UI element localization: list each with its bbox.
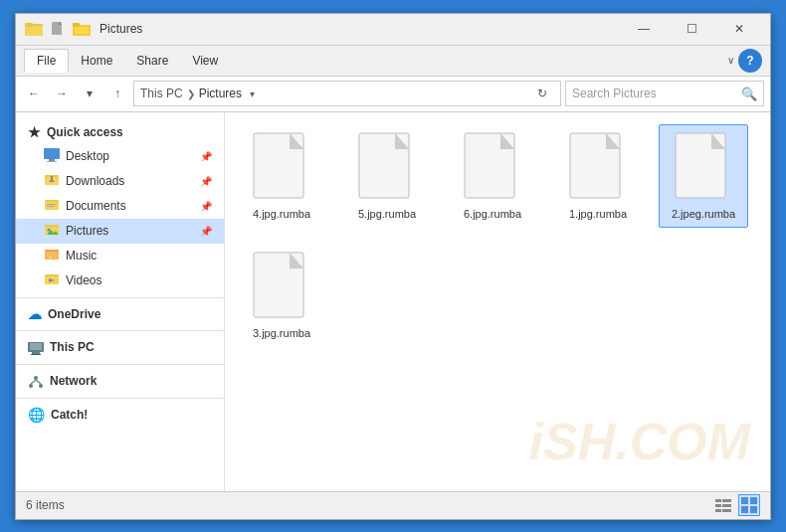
statusbar: 6 items [16, 491, 770, 519]
sidebar-label-pictures: Pictures [66, 224, 108, 238]
svg-rect-1 [25, 26, 43, 36]
svg-rect-6 [73, 23, 80, 27]
sidebar-label-videos: Videos [66, 273, 101, 287]
svg-rect-63 [750, 497, 757, 504]
file-name-4: 2.jpeg.rumba [672, 207, 735, 221]
videos-icon [44, 271, 60, 290]
path-segment-this-pc: This PC [140, 87, 183, 100]
sidebar-item-music[interactable]: ♪ Music [16, 244, 224, 268]
path-dropdown: ▾ [250, 89, 255, 99]
up-button[interactable]: ↑ [105, 82, 129, 105]
file-item-4[interactable]: 2.jpeg.rumba [659, 124, 748, 228]
folder-icon [24, 19, 44, 39]
tab-share[interactable]: Share [124, 50, 180, 72]
svg-line-37 [36, 380, 41, 384]
svg-rect-30 [30, 343, 42, 350]
view-icons-button[interactable] [738, 494, 760, 516]
titlebar: Pictures — ☐ ✕ [16, 14, 770, 46]
svg-point-33 [34, 376, 38, 380]
file-item-1[interactable]: 5.jpg.rumba [342, 124, 432, 228]
sidebar-quickaccess-header[interactable]: ★ Quick access [16, 120, 224, 144]
pin-icon-pictures: 📌 [200, 226, 212, 237]
file-item-3[interactable]: 1.jpg.rumba [553, 124, 643, 228]
quickaccess-label: Quick access [47, 125, 123, 139]
network-icon [28, 373, 44, 390]
refresh-button[interactable]: ↻ [530, 82, 554, 105]
back-button[interactable]: ← [22, 82, 46, 105]
folder-open-icon [72, 19, 92, 39]
sidebar-label-documents: Documents [66, 199, 126, 213]
file-item-0[interactable]: 4.jpg.rumba [237, 124, 326, 228]
svg-rect-18 [47, 206, 55, 207]
file-name-2: 6.jpg.rumba [464, 207, 521, 221]
sidebar-divider-2 [16, 330, 224, 331]
tab-view[interactable]: View [180, 50, 230, 72]
sidebar-item-pictures[interactable]: Pictures 📌 [16, 219, 224, 244]
svg-rect-9 [49, 159, 55, 161]
maximize-button[interactable]: ☐ [669, 13, 714, 45]
view-list-button[interactable] [712, 494, 734, 516]
file-item-2[interactable]: 6.jpg.rumba [448, 124, 537, 228]
catch-label: Catch! [51, 408, 88, 422]
item-count: 6 items [26, 498, 65, 512]
file-icon-5 [252, 251, 311, 322]
sidebar-item-videos[interactable]: Videos [16, 268, 224, 293]
pin-icon-desktop: 📌 [200, 151, 212, 162]
search-box[interactable]: Search Pictures 🔍 [565, 81, 764, 106]
onedrive-icon: ☁ [28, 306, 42, 322]
svg-point-34 [29, 384, 33, 388]
explorer-window: Pictures — ☐ ✕ File Home Share View ∨ ? … [15, 13, 771, 520]
address-path[interactable]: This PC ❯ Pictures ▾ ↻ [133, 81, 561, 106]
ribbon-tab-bar: File Home Share View ∨ ? [16, 46, 770, 76]
window-controls: — ☐ ✕ [621, 13, 762, 45]
sidebar-label-desktop: Desktop [66, 149, 109, 163]
file-name-0: 4.jpg.rumba [253, 207, 310, 221]
sidebar-item-downloads[interactable]: Downloads 📌 [16, 169, 224, 194]
file-item-5[interactable]: 3.jpg.rumba [237, 244, 326, 347]
sidebar-onedrive[interactable]: ☁ OneDrive [16, 302, 224, 326]
tab-home[interactable]: Home [69, 50, 124, 72]
file-icon-0 [252, 131, 311, 203]
file-name-3: 1.jpg.rumba [569, 207, 627, 221]
minimize-button[interactable]: — [621, 13, 667, 45]
sidebar-thispc[interactable]: This PC [16, 335, 224, 360]
svg-rect-14 [51, 176, 53, 181]
forward-button[interactable]: → [50, 82, 74, 105]
sidebar-label-music: Music [66, 249, 97, 263]
svg-rect-32 [31, 354, 41, 355]
file-icon-3 [568, 131, 628, 203]
svg-rect-64 [741, 506, 748, 513]
sidebar-item-documents[interactable]: Documents 📌 [16, 194, 224, 219]
tab-file[interactable]: File [24, 49, 69, 73]
main-content: ★ Quick access Desktop 📌 [16, 112, 770, 491]
pictures-icon [44, 222, 60, 241]
sidebar-catch[interactable]: 🌐 Catch! [16, 403, 224, 427]
svg-rect-17 [47, 204, 57, 205]
sidebar-divider-1 [16, 297, 224, 298]
documents-icon [44, 197, 60, 216]
svg-point-21 [48, 228, 51, 231]
ribbon-expand-icon[interactable]: ∨ [727, 55, 734, 66]
pin-icon-downloads: 📌 [200, 176, 212, 187]
svg-rect-2 [25, 23, 33, 27]
svg-line-36 [31, 380, 36, 384]
file-icon-4 [674, 131, 733, 203]
svg-rect-58 [715, 504, 721, 507]
svg-rect-8 [44, 148, 60, 159]
thispc-label: This PC [50, 340, 95, 354]
file-area: 4.jpg.rumba 5.jpg.rumba [225, 112, 770, 491]
network-label: Network [50, 374, 97, 388]
recent-button[interactable]: ▾ [78, 82, 101, 105]
help-button[interactable]: ? [738, 49, 762, 73]
svg-rect-61 [722, 509, 731, 512]
sidebar-item-desktop[interactable]: Desktop 📌 [16, 144, 224, 169]
watermark: iSH.COM [529, 412, 750, 471]
sidebar-divider-4 [16, 398, 224, 399]
svg-rect-59 [722, 504, 731, 507]
search-icon[interactable]: 🔍 [741, 87, 757, 101]
sidebar-network[interactable]: Network [16, 369, 224, 394]
svg-rect-31 [32, 352, 40, 354]
svg-rect-57 [722, 499, 731, 502]
onedrive-label: OneDrive [48, 307, 100, 321]
close-button[interactable]: ✕ [716, 13, 762, 45]
